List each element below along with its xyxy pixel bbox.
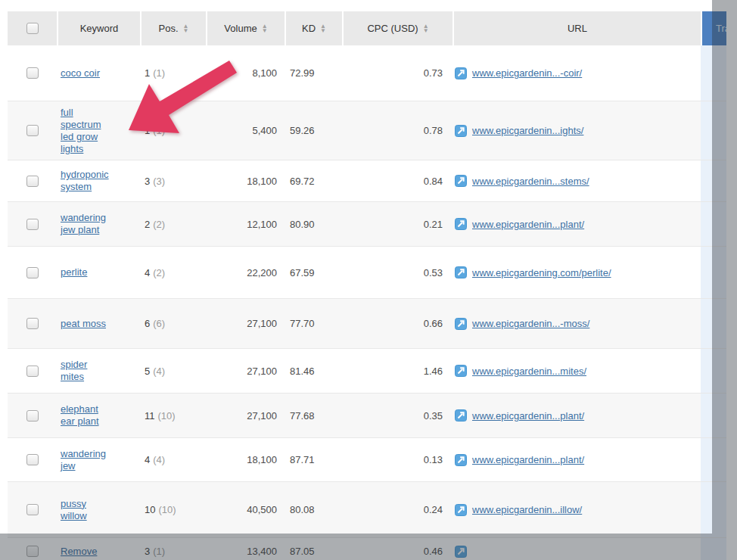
row-checkbox[interactable] — [26, 546, 39, 557]
position-previous-value: (1) — [153, 67, 165, 79]
keyword-link[interactable]: coco coir — [61, 67, 100, 79]
external-link-icon[interactable] — [455, 218, 467, 230]
position-value: 3 — [145, 176, 150, 187]
keyword-link[interactable]: pussy willow — [61, 498, 108, 522]
volume-value: 40,500 — [206, 482, 285, 537]
url-link[interactable]: www.epicgardenin...ights/ — [472, 125, 583, 136]
page: Keyword Pos. ▲▼ Volume ▲▼ KD ▲▼ CPC (USD… — [0, 0, 737, 560]
url-cell: www.epicgardenin...plant/ — [452, 202, 701, 246]
row-checkbox-cell — [8, 394, 57, 437]
keyword-cell: wandering jew plant — [57, 202, 140, 246]
traffic-cell — [701, 247, 726, 298]
url-link[interactable]: www.epicgardening.com/perlite/ — [472, 267, 611, 278]
cpc-value: 0.66 — [342, 299, 452, 348]
column-header-kd[interactable]: KD ▲▼ — [285, 11, 342, 45]
url-cell: www.epicgardenin...illow/ — [452, 482, 701, 537]
url-link[interactable]: www.epicgardenin...illow/ — [472, 504, 582, 515]
sort-arrows-icon: ▲▼ — [262, 24, 268, 33]
volume-value: 18,100 — [206, 438, 285, 481]
column-header-cpc[interactable]: CPC (USD) ▲▼ — [342, 11, 452, 45]
select-all-checkbox[interactable] — [26, 23, 39, 34]
position-value: 1 — [145, 67, 150, 79]
position-value: 3 — [145, 546, 150, 557]
external-link-icon[interactable] — [455, 454, 467, 466]
row-checkbox[interactable] — [26, 504, 39, 515]
position-value: 5 — [145, 366, 150, 377]
position-value: 4 — [145, 454, 150, 465]
keyword-cell: hydroponic system — [57, 160, 140, 201]
position-cell: 2 (2) — [140, 202, 206, 246]
column-header-traffic[interactable]: Tra — [701, 11, 726, 45]
position-cell: 6 (6) — [140, 299, 206, 348]
sort-arrows-icon: ▲▼ — [183, 24, 189, 33]
position-previous-value: (6) — [153, 318, 165, 329]
row-checkbox[interactable] — [26, 219, 39, 230]
cpc-value: 0.21 — [342, 202, 452, 246]
keyword-link[interactable]: wandering jew — [61, 448, 108, 472]
row-checkbox[interactable] — [26, 318, 39, 329]
position-value: 2 — [145, 219, 150, 230]
row-checkbox[interactable] — [26, 366, 39, 377]
column-header-volume[interactable]: Volume ▲▼ — [206, 11, 285, 45]
url-cell: www.epicgardening.com/perlite/ — [452, 247, 701, 298]
traffic-cell — [701, 160, 726, 201]
traffic-cell — [701, 349, 726, 393]
kd-value: 67.59 — [285, 247, 342, 298]
url-cell: www.epicgardenin...plant/ — [452, 394, 701, 437]
cpc-value: 0.78 — [342, 101, 452, 160]
external-link-icon[interactable] — [455, 318, 467, 330]
external-link-icon[interactable] — [455, 409, 467, 422]
external-link-icon[interactable] — [455, 504, 467, 516]
url-cell: www.epicgardenin...ights/ — [452, 101, 701, 160]
row-checkbox[interactable] — [26, 176, 39, 187]
row-checkbox[interactable] — [26, 67, 39, 79]
volume-value: 18,100 — [206, 160, 285, 201]
cpc-value: 0.84 — [342, 160, 452, 201]
keyword-link[interactable]: elephant ear plant — [61, 403, 108, 428]
url-cell: www.epicgardenin...plant/ — [452, 438, 701, 481]
external-link-icon[interactable] — [455, 546, 467, 558]
external-link-icon[interactable] — [455, 125, 467, 137]
row-checkbox[interactable] — [26, 267, 39, 278]
external-link-icon[interactable] — [455, 365, 467, 377]
kd-value: 72.99 — [285, 45, 342, 101]
url-link[interactable]: www.epicgardenin...mites/ — [472, 366, 586, 377]
keyword-link[interactable]: full spectrum led grow lights — [61, 107, 108, 155]
external-link-icon[interactable] — [455, 266, 467, 278]
keyword-cell: coco coir — [57, 45, 140, 101]
volume-value: 5,400 — [206, 101, 285, 160]
kd-value: 77.70 — [285, 299, 342, 348]
keyword-link[interactable]: perlite — [61, 266, 87, 278]
url-link[interactable]: www.epicgardenin...plant/ — [472, 454, 584, 465]
column-header-label: Pos. — [159, 23, 179, 34]
keyword-link[interactable]: peat moss — [61, 318, 106, 330]
position-previous-value: (4) — [153, 366, 165, 377]
table-header-row: Keyword Pos. ▲▼ Volume ▲▼ KD ▲▼ CPC (USD… — [8, 11, 726, 45]
volume-value: 8,100 — [206, 45, 285, 101]
url-link[interactable]: www.epicgardenin...-moss/ — [472, 318, 589, 329]
column-header-pos[interactable]: Pos. ▲▼ — [140, 11, 206, 45]
row-checkbox[interactable] — [26, 125, 39, 136]
table-row: wandering jew 4 (4) 18,100 87.71 0.13 ww… — [8, 437, 726, 481]
url-link[interactable]: www.epicgardenin...stems/ — [472, 176, 589, 187]
position-previous-value: (2) — [153, 219, 165, 230]
position-value: 1 — [145, 125, 150, 136]
row-checkbox-cell — [8, 349, 57, 393]
url-link[interactable]: www.epicgardenin...-coir/ — [472, 67, 582, 79]
keyword-cell: Remove — [57, 538, 140, 560]
column-header-label: Volume — [224, 23, 257, 34]
external-link-icon[interactable] — [455, 175, 467, 187]
keyword-link[interactable]: hydroponic system — [61, 169, 109, 193]
url-link[interactable]: www.epicgardenin...plant/ — [472, 219, 584, 230]
url-link[interactable]: www.epicgardenin...plant/ — [472, 410, 584, 422]
position-value: 11 — [145, 410, 155, 422]
sort-arrows-icon: ▲▼ — [423, 24, 429, 33]
keyword-link[interactable]: Remove — [61, 546, 97, 558]
position-cell: 4 (4) — [140, 438, 206, 481]
external-link-icon[interactable] — [455, 67, 467, 79]
column-header-label: CPC (USD) — [367, 23, 418, 34]
row-checkbox[interactable] — [26, 410, 39, 422]
keyword-link[interactable]: spider mites — [61, 359, 108, 383]
keyword-link[interactable]: wandering jew plant — [61, 212, 108, 236]
row-checkbox[interactable] — [26, 454, 39, 465]
